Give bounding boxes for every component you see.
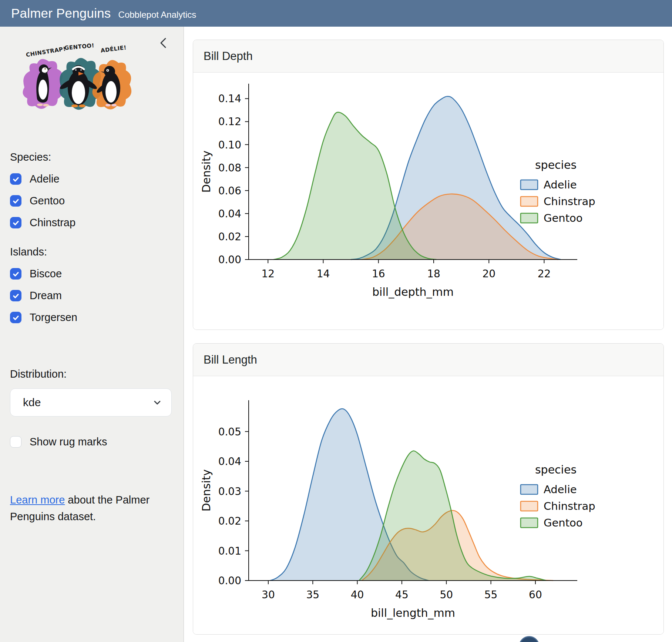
svg-text:0.14: 0.14: [218, 93, 241, 105]
svg-text:0.00: 0.00: [218, 254, 241, 266]
checkbox-label-adelie: Adelie: [30, 173, 60, 185]
svg-text:60: 60: [529, 589, 542, 601]
app-root: Palmer Penguins Cobblepot Analytics: [0, 0, 672, 642]
svg-text:species: species: [535, 158, 577, 171]
svg-text:Chinstrap: Chinstrap: [544, 500, 595, 512]
svg-text:0.00: 0.00: [218, 575, 241, 587]
svg-text:35: 35: [306, 589, 319, 601]
checkbox-row-gentoo[interactable]: Gentoo: [10, 195, 184, 207]
card-bill-depth: Bill Depth 1214161820220.000.020.040.060…: [193, 40, 664, 330]
checkbox-dream[interactable]: [10, 290, 21, 301]
svg-text:20: 20: [482, 268, 495, 280]
svg-text:0.02: 0.02: [218, 231, 241, 243]
checkbox-label-dream: Dream: [30, 290, 62, 302]
card-bill-length: Bill Length 303540455055600.000.010.020.…: [193, 343, 664, 635]
svg-text:0.12: 0.12: [218, 116, 241, 128]
svg-text:Density: Density: [200, 150, 213, 193]
card-bill-length-header: Bill Length: [193, 344, 663, 376]
penguin-artwork-image: CHINSTRAP! GENTOO! ADÉLIE!: [13, 32, 135, 118]
svg-text:bill_depth_mm: bill_depth_mm: [372, 285, 454, 298]
checkbox-row-adelie[interactable]: Adelie: [10, 173, 184, 185]
svg-text:50: 50: [440, 589, 453, 601]
check-icon: [12, 219, 20, 227]
card-bill-length-title: Bill Length: [204, 353, 257, 367]
islands-section-label: Islands:: [10, 246, 184, 258]
card-bill-length-body: 303540455055600.000.010.020.030.040.05bi…: [193, 376, 663, 634]
svg-text:14: 14: [317, 268, 330, 280]
card-bill-depth-title: Bill Depth: [204, 50, 253, 63]
bill-depth-plot: 1214161820220.000.020.040.060.080.100.12…: [193, 73, 663, 330]
check-icon: [12, 197, 20, 205]
sidebar-collapse-button[interactable]: [155, 35, 172, 51]
checkbox-row-biscoe[interactable]: Biscoe: [10, 268, 184, 280]
checkbox-label-gentoo: Gentoo: [30, 195, 65, 207]
app-title: Palmer Penguins: [11, 6, 111, 21]
check-icon: [12, 314, 20, 321]
svg-text:30: 30: [262, 589, 275, 601]
check-icon: [12, 292, 20, 300]
checkbox-label-biscoe: Biscoe: [30, 268, 62, 280]
distribution-section-label: Distribution:: [10, 368, 184, 380]
svg-text:species: species: [535, 463, 577, 476]
checkbox-torgersen[interactable]: [10, 312, 21, 323]
checkbox-label-chinstrap: Chinstrap: [30, 217, 75, 229]
distribution-select-value: kde: [23, 396, 41, 409]
svg-text:0.04: 0.04: [218, 455, 241, 468]
app-subtitle: Cobblepot Analytics: [118, 10, 196, 20]
svg-text:0.05: 0.05: [218, 426, 241, 438]
main-content: Bill Depth 1214161820220.000.020.040.060…: [184, 27, 672, 642]
svg-text:0.01: 0.01: [218, 545, 241, 557]
chevron-down-icon: [152, 397, 162, 408]
checkbox-adelie[interactable]: [10, 173, 21, 185]
about-text: Learn more about the Palmer Penguins dat…: [10, 492, 165, 525]
checkbox-gentoo[interactable]: [10, 195, 21, 207]
svg-text:55: 55: [484, 589, 498, 601]
svg-text:0.02: 0.02: [218, 515, 241, 527]
svg-text:Gentoo: Gentoo: [544, 516, 583, 529]
checkbox-row-chinstrap[interactable]: Chinstrap: [10, 217, 184, 229]
learn-more-link[interactable]: Learn more: [10, 494, 65, 506]
svg-text:bill_length_mm: bill_length_mm: [371, 606, 455, 619]
check-icon: [12, 270, 20, 278]
card-bill-depth-body: 1214161820220.000.020.040.060.080.100.12…: [193, 73, 663, 330]
checkbox-label-rug-marks: Show rug marks: [30, 436, 107, 448]
svg-text:Gentoo: Gentoo: [544, 212, 583, 224]
svg-text:12: 12: [261, 268, 275, 280]
svg-text:40: 40: [351, 589, 364, 601]
checkbox-rug-marks[interactable]: [10, 436, 21, 448]
sidebar: CHINSTRAP! GENTOO! ADÉLIE! Species: Adel…: [0, 27, 184, 642]
svg-text:18: 18: [427, 268, 440, 280]
svg-text:Adelie: Adelie: [544, 178, 577, 191]
svg-text:Density: Density: [200, 469, 213, 511]
svg-text:Adelie: Adelie: [544, 483, 577, 496]
svg-text:16: 16: [372, 268, 385, 280]
svg-text:Chinstrap: Chinstrap: [544, 195, 595, 208]
svg-text:22: 22: [538, 268, 551, 280]
artwork-label-chinstrap: CHINSTRAP!: [26, 46, 66, 58]
svg-text:0.06: 0.06: [218, 185, 241, 197]
species-section-label: Species:: [10, 151, 184, 163]
svg-text:0.04: 0.04: [218, 208, 241, 220]
distribution-select[interactable]: kde: [10, 388, 172, 417]
app-header: Palmer Penguins Cobblepot Analytics: [0, 0, 672, 27]
checkbox-chinstrap[interactable]: [10, 217, 21, 228]
checkbox-row-dream[interactable]: Dream: [10, 290, 184, 302]
bill-length-plot: 303540455055600.000.010.020.030.040.05bi…: [193, 376, 663, 634]
chevron-left-icon: [155, 35, 172, 51]
svg-text:0.08: 0.08: [218, 162, 241, 174]
checkbox-label-torgersen: Torgersen: [30, 311, 77, 324]
svg-text:45: 45: [395, 589, 409, 601]
svg-text:0.10: 0.10: [218, 139, 241, 151]
artwork-label-gentoo: GENTOO!: [64, 42, 94, 51]
artwork-label-adelie: ADÉLIE!: [100, 44, 127, 54]
check-icon: [12, 175, 20, 183]
checkbox-row-torgersen[interactable]: Torgersen: [10, 311, 184, 324]
checkbox-row-rug-marks[interactable]: Show rug marks: [10, 436, 184, 448]
checkbox-biscoe[interactable]: [10, 268, 21, 280]
card-bill-depth-header: Bill Depth: [193, 40, 663, 73]
svg-text:0.03: 0.03: [218, 485, 241, 498]
